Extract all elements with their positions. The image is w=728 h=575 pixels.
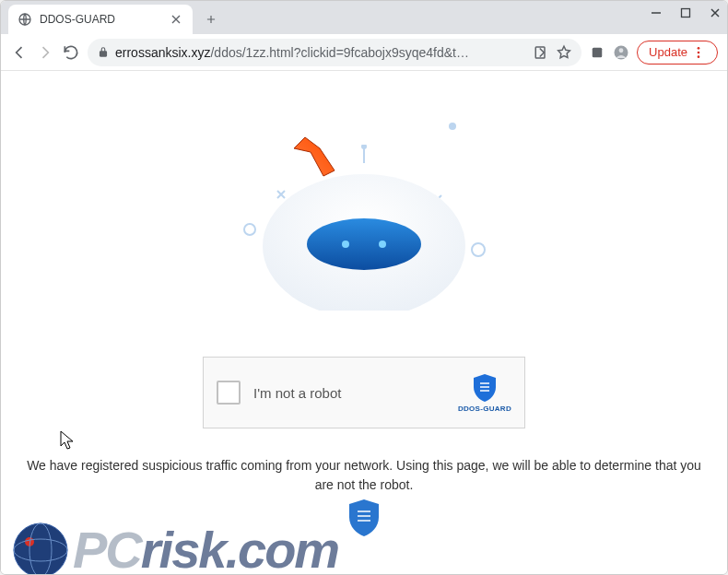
captcha-brand: DDOS-GUARD [458, 373, 511, 413]
watermark-logo: PCrisk.com [12, 520, 338, 574]
tab-title: DDOS-GUARD [40, 13, 161, 26]
svg-point-17 [342, 241, 349, 248]
globe-icon [18, 12, 32, 27]
forward-button[interactable] [36, 43, 54, 62]
maximize-button[interactable] [679, 6, 692, 19]
profile-avatar-icon[interactable] [613, 44, 629, 61]
page-content: I'm not a robot DDOS-GUARD We have regis… [1, 71, 727, 574]
svg-rect-4 [593, 47, 603, 57]
address-bar[interactable]: errossanksix.xyz/ddos/1zz.html?clickid=9… [88, 39, 581, 66]
lock-icon [97, 46, 110, 59]
minimize-button[interactable] [650, 6, 663, 19]
close-window-button[interactable] [709, 6, 722, 19]
center-shield-icon [347, 499, 381, 537]
title-bar: DDOS-GUARD [1, 1, 727, 34]
captcha-box: I'm not a robot DDOS-GUARD [203, 357, 525, 428]
svg-point-22 [14, 539, 67, 561]
new-tab-button[interactable] [198, 6, 224, 32]
url-text: errossanksix.xyz/ddos/1zz.html?clickid=9… [115, 45, 528, 60]
captcha-checkbox[interactable] [217, 381, 241, 405]
watermark-globe-icon [12, 522, 69, 575]
share-icon[interactable] [534, 44, 550, 61]
reload-button[interactable] [62, 43, 80, 62]
browser-tab[interactable]: DDOS-GUARD [8, 5, 193, 34]
svg-point-6 [619, 48, 624, 53]
url-path: /ddos/1zz.html?clickid=9fcabojx9syqe4fd&… [210, 45, 469, 60]
captcha-left: I'm not a robot [217, 381, 341, 405]
bookmark-star-icon[interactable] [556, 44, 572, 61]
url-host: errossanksix.xyz [115, 45, 210, 60]
captcha-label: I'm not a robot [253, 385, 341, 401]
extensions-icon[interactable] [589, 44, 605, 61]
watermark-suffix: risk.com [141, 520, 338, 574]
cursor-icon [60, 430, 75, 451]
svg-point-23 [29, 523, 52, 575]
svg-point-7 [698, 47, 700, 50]
svg-point-19 [14, 523, 67, 575]
captcha-brand-text: DDOS-GUARD [458, 405, 511, 413]
back-button[interactable] [10, 43, 29, 62]
svg-point-21 [25, 537, 34, 546]
svg-point-12 [449, 123, 456, 130]
shield-icon [472, 373, 498, 403]
svg-point-16 [307, 218, 421, 270]
watermark-prefix: PC [73, 520, 141, 574]
svg-point-20 [14, 523, 67, 575]
robot-illustration [244, 145, 484, 311]
close-tab-icon[interactable] [169, 12, 183, 27]
suspicious-traffic-message: We have registered suspicious traffic co… [19, 456, 709, 495]
svg-rect-2 [682, 9, 690, 18]
svg-point-13 [361, 145, 367, 149]
annotation-arrow-icon [292, 135, 344, 187]
update-button-label: Update [649, 45, 687, 59]
window-controls [650, 6, 722, 19]
update-button[interactable]: Update [637, 41, 718, 65]
svg-point-9 [698, 55, 700, 58]
svg-point-8 [698, 51, 700, 53]
svg-point-18 [379, 241, 386, 248]
browser-toolbar: errossanksix.xyz/ddos/1zz.html?clickid=9… [1, 34, 727, 71]
